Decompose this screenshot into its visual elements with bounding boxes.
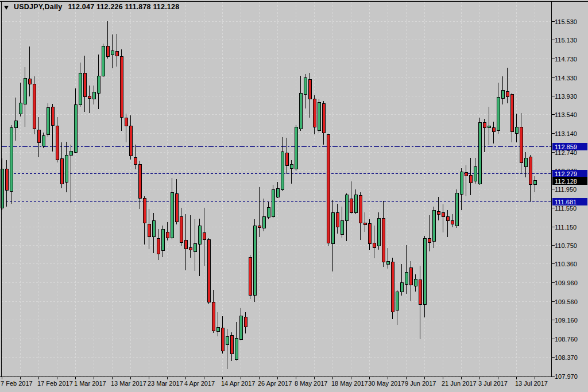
date-tick-label: 3 Jul 2017: [478, 380, 508, 387]
candle: [207, 238, 210, 304]
candle: [102, 44, 105, 77]
triangle-down-icon: [4, 6, 9, 10]
svg-text:112.279: 112.279: [555, 170, 577, 177]
price-tick-label: 113.140: [555, 130, 577, 137]
svg-text:112.859: 112.859: [555, 143, 577, 150]
candle: [391, 258, 394, 319]
svg-text:111.681: 111.681: [555, 199, 577, 205]
price-tick-label: 108.760: [555, 336, 578, 343]
candle: [272, 185, 274, 218]
candle: [327, 134, 330, 246]
date-tick-label: 17 Feb 2017: [37, 380, 73, 387]
date-tick-label: 26 Apr 2017: [258, 380, 292, 387]
candle: [253, 219, 256, 302]
price-tick-label: 111.150: [555, 224, 577, 231]
date-tick-label: 14 Apr 2017: [221, 380, 255, 387]
svg-text:112.128: 112.128: [555, 178, 577, 185]
price-tick-label: 108.370: [555, 354, 578, 361]
price-tick-label: 115.530: [555, 18, 577, 25]
price-tick-label: 109.560: [555, 298, 578, 305]
price-tick-label: 114.730: [555, 56, 577, 63]
hline-price-tag: 112.279: [552, 170, 587, 177]
bid-price-tag: 112.128: [552, 177, 587, 185]
price-tick-label: 113.930: [555, 93, 577, 100]
price-tick-label: 115.130: [555, 37, 577, 44]
symbol-timeframe-label: USDJPY,Daily: [14, 3, 62, 11]
price-tick-label: 109.160: [555, 317, 578, 324]
date-tick-label: 7 Feb 2017: [1, 380, 33, 387]
date-tick-label: 30 May 2017: [368, 380, 405, 387]
price-tick-label: 110.360: [555, 261, 577, 267]
price-tick-label: 114.330: [555, 75, 577, 81]
date-tick-label: 21 Jun 2017: [442, 380, 477, 387]
price-tick-label: 110.750: [555, 242, 577, 249]
date-tick-label: 13 Jul 2017: [515, 380, 548, 387]
price-tick-label: 107.970: [555, 373, 578, 380]
candlestick-chart[interactable]: 115.530115.130114.730114.330113.930113.5…: [0, 0, 588, 392]
candle: [377, 212, 380, 250]
date-tick-label: 9 Jun 2017: [405, 380, 436, 387]
date-tick-label: 13 Mar 2017: [111, 380, 146, 387]
candle: [295, 125, 297, 171]
candle: [249, 255, 252, 300]
chart-window: USDJPY,Daily 112.047 112.226 111.878 112…: [0, 0, 588, 392]
candle: [318, 99, 320, 133]
candle: [47, 103, 49, 137]
date-tick-label: 4 Apr 2017: [184, 380, 215, 387]
date-tick-label: 1 Mar 2017: [74, 380, 106, 387]
price-tick-label: 111.950: [555, 186, 577, 193]
symbol-ohlc-overlay: USDJPY,Daily 112.047 112.226 111.878 112…: [3, 2, 179, 11]
candle: [478, 118, 481, 185]
candle: [455, 189, 458, 228]
hline-price-tag: 112.859: [552, 143, 587, 150]
candle: [33, 76, 36, 134]
price-tick-label: 109.960: [555, 280, 578, 286]
date-tick-label: 8 May 2017: [295, 380, 327, 387]
price-tick-label: 111.550: [555, 205, 577, 212]
hline-price-tag: 111.681: [552, 198, 587, 205]
ohlc-values: 112.047 112.226 111.878 112.128: [68, 3, 179, 11]
price-tick-label: 113.540: [555, 111, 577, 118]
candle: [432, 207, 435, 248]
date-tick-label: 18 May 2017: [331, 380, 368, 387]
date-tick-label: 23 Mar 2017: [148, 380, 183, 387]
